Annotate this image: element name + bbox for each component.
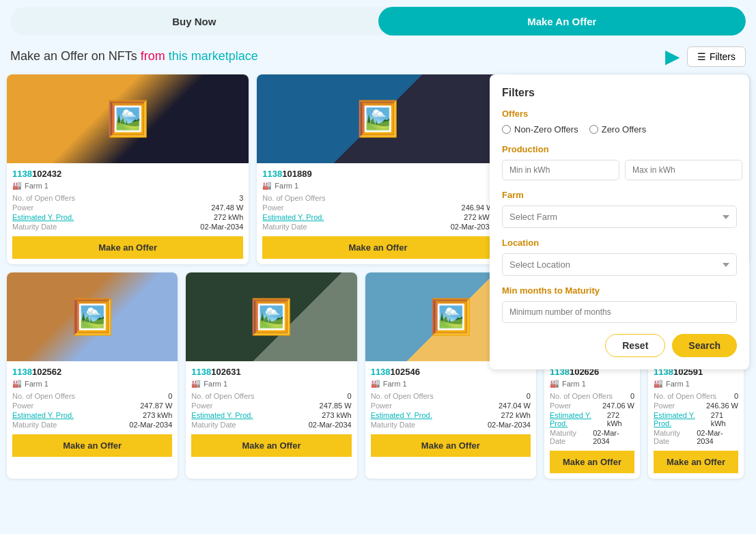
maturity-value: 02-Mar-2034 xyxy=(200,223,243,231)
nft-id: 1138102432 xyxy=(12,169,243,179)
est-prod-value: 273 kWh xyxy=(143,411,172,419)
zero-offers-option[interactable]: Zero Offers xyxy=(589,124,647,135)
make-offer-button[interactable]: Make an Offer xyxy=(191,434,351,457)
power-label: Power xyxy=(550,402,571,410)
nft-id: 1138102631 xyxy=(191,367,351,377)
nft-image: 🖼️ xyxy=(7,272,178,361)
est-prod-row: Estimated Y. Prod. 272 kWh xyxy=(371,411,531,419)
nft-stats: No. of Open Offers 3 Power 247.48 W Esti… xyxy=(12,194,243,231)
min-months-input[interactable] xyxy=(502,301,737,323)
non-zero-offers-option[interactable]: Non-Zero Offers xyxy=(502,124,578,135)
est-prod-value: 272 kWh xyxy=(607,411,634,427)
power-row: Power 247.48 W xyxy=(12,203,243,212)
maturity-row: Maturity Date 02-Mar-2034 xyxy=(191,421,351,429)
make-offer-button[interactable]: Make an Offer xyxy=(262,236,493,259)
est-prod-label[interactable]: Estimated Y. Prod. xyxy=(12,411,74,419)
row2-left: 🖼️ 1138102562 🏭 Farm 1 No. of Open Offer… xyxy=(7,272,536,479)
buy-now-tab[interactable]: Buy Now xyxy=(10,7,378,36)
make-offer-button[interactable]: Make an Offer xyxy=(12,236,243,259)
farm-filter: Farm Select Farm xyxy=(502,190,737,228)
power-row: Power 247.85 W xyxy=(191,402,351,410)
make-offer-button[interactable]: Make an Offer xyxy=(371,434,531,457)
farm-name: Farm 1 xyxy=(25,182,48,190)
filter-icon: ☰ xyxy=(697,51,706,62)
filters-button[interactable]: ☰ Filters xyxy=(687,46,746,67)
nft-id-suffix: 101889 xyxy=(282,169,311,179)
open-offers-row: No. of Open Offers 0 xyxy=(550,392,634,400)
offers-radio-group: Non-Zero Offers Zero Offers xyxy=(502,124,737,135)
make-offer-button[interactable]: Make an Offer xyxy=(12,434,172,457)
min-months-filter: Min months to Maturity xyxy=(502,285,737,323)
open-offers-row: No. of Open Offers 3 xyxy=(12,194,243,202)
make-offer-button[interactable]: Make an Offer xyxy=(654,451,738,473)
farm-icon: 🏭 xyxy=(12,379,22,388)
maturity-label: Maturity Date xyxy=(12,223,57,231)
nft-image: 🖼️ xyxy=(257,74,499,163)
maturity-label: Maturity Date xyxy=(12,421,57,429)
open-offers-row: No. of Open Offers 0 xyxy=(191,392,351,400)
maturity-row: Maturity Date 02-Mar-2034 xyxy=(654,429,738,445)
farm-name: Farm 1 xyxy=(562,380,586,388)
location-filter: Location Select Location xyxy=(502,238,737,276)
non-zero-radio[interactable] xyxy=(502,125,511,134)
power-label: Power xyxy=(191,402,212,410)
open-offers-label: No. of Open Offers xyxy=(550,392,613,400)
nft-farm: 🏭 Farm 1 xyxy=(550,379,634,388)
est-prod-label[interactable]: Estimated Y. Prod. xyxy=(654,411,711,427)
maturity-value: 02-Mar-2034 xyxy=(129,421,172,429)
filters-title: Filters xyxy=(502,87,737,99)
maturity-value: 02-Mar-2034 xyxy=(593,429,634,445)
nft-farm: 🏭 Farm 1 xyxy=(371,379,531,388)
est-prod-row: Estimated Y. Prod. 272 kWh xyxy=(262,213,493,221)
est-prod-label[interactable]: Estimated Y. Prod. xyxy=(12,213,74,221)
nft-card: 🖼️ 1138101889 🏭 Farm 1 No. of Open Offer… xyxy=(257,74,499,264)
make-offer-button[interactable]: Make an Offer xyxy=(550,451,634,473)
nft-id-suffix: 102631 xyxy=(211,367,240,377)
power-value: 247.06 W xyxy=(602,402,634,410)
open-offers-value: 0 xyxy=(734,392,738,400)
main-layout: 🖼️ 1138102432 🏭 Farm 1 No. of Open Offer… xyxy=(7,74,749,479)
maturity-label: Maturity Date xyxy=(191,421,236,429)
farm-name: Farm 1 xyxy=(666,380,690,388)
est-prod-row: Estimated Y. Prod. 273 kWh xyxy=(191,411,351,419)
farm-icon: 🏭 xyxy=(371,379,380,388)
nft-image: 🖼️ xyxy=(186,272,356,361)
power-value: 246.36 W xyxy=(706,402,738,410)
title-from: from xyxy=(141,49,165,63)
est-prod-value: 272 kWh xyxy=(501,411,531,419)
maturity-value: 02-Mar-2034 xyxy=(451,223,494,231)
power-value: 247.87 W xyxy=(140,402,172,410)
max-kwh-input[interactable] xyxy=(625,160,742,180)
title-suffix: this marketplace xyxy=(165,49,258,63)
min-kwh-input[interactable] xyxy=(502,160,619,180)
reset-button[interactable]: Reset xyxy=(605,334,665,357)
est-prod-label[interactable]: Estimated Y. Prod. xyxy=(371,411,432,419)
farm-select[interactable]: Select Farm xyxy=(502,206,737,228)
est-prod-label[interactable]: Estimated Y. Prod. xyxy=(550,411,607,427)
est-prod-label[interactable]: Estimated Y. Prod. xyxy=(191,411,253,419)
maturity-row: Maturity Date 02-Mar-2034 xyxy=(371,421,531,429)
power-row: Power 246.36 W xyxy=(654,402,738,410)
search-button[interactable]: Search xyxy=(672,334,737,357)
est-prod-label[interactable]: Estimated Y. Prod. xyxy=(262,213,324,221)
maturity-row: Maturity Date 02-Mar-2034 xyxy=(262,223,493,231)
zero-radio[interactable] xyxy=(589,125,598,134)
nft-card-body: 1138102591 🏭 Farm 1 No. of Open Offers 0… xyxy=(648,361,744,479)
nft-farm: 🏭 Farm 1 xyxy=(262,181,493,190)
nft-id-prefix: 1138 xyxy=(12,169,32,179)
nft-id-prefix: 1138 xyxy=(12,367,32,377)
open-offers-label: No. of Open Offers xyxy=(12,194,75,202)
est-prod-row: Estimated Y. Prod. 273 kWh xyxy=(12,411,172,419)
farm-icon: 🏭 xyxy=(191,379,201,388)
maturity-label: Maturity Date xyxy=(371,421,415,429)
open-offers-label: No. of Open Offers xyxy=(371,392,434,400)
farm-name: Farm 1 xyxy=(25,380,48,388)
maturity-row: Maturity Date 02-Mar-2034 xyxy=(12,421,172,429)
nft-id-prefix: 1138 xyxy=(371,367,391,377)
nft-stats: No. of Open Offers 0 Power 247.06 W Esti… xyxy=(550,392,634,445)
offers-filter: Offers Non-Zero Offers Zero Offers xyxy=(502,109,737,135)
power-label: Power xyxy=(12,203,33,212)
location-select[interactable]: Select Location xyxy=(502,253,737,276)
make-offer-tab[interactable]: Make An Offer xyxy=(378,7,746,36)
nft-stats: No. of Open Offers 0 Power 246.36 W Esti… xyxy=(654,392,738,445)
